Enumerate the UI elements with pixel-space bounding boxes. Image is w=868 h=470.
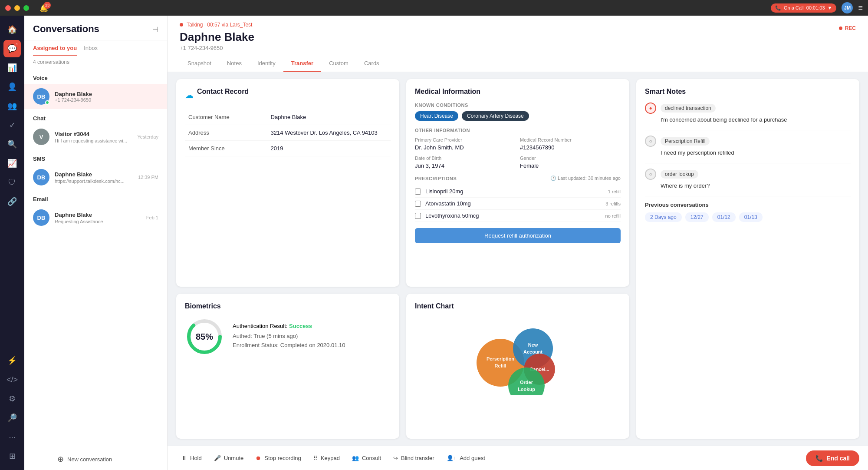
sidebar-collapse-button[interactable]: ⊣ bbox=[152, 25, 158, 33]
record-table: Customer Name Daphne Blake Address 3214 … bbox=[185, 109, 391, 156]
member-since-value: 2019 bbox=[267, 141, 391, 156]
nav-team[interactable]: 👥 bbox=[3, 97, 21, 115]
svg-text:New: New bbox=[528, 342, 538, 348]
nav-code[interactable]: </> bbox=[3, 371, 21, 388]
known-conditions-label: KNOWN CONDITIONS bbox=[415, 103, 621, 108]
prescription-checkbox-0[interactable] bbox=[415, 189, 421, 195]
prescription-checkbox-2[interactable] bbox=[415, 213, 421, 219]
nav-ai[interactable]: 🔍 bbox=[3, 136, 21, 153]
section-sms: SMS bbox=[24, 149, 167, 165]
notification-bell[interactable]: 🔔 23 bbox=[39, 4, 48, 12]
end-call-button[interactable]: 📞 End call bbox=[806, 450, 859, 466]
tab-transfer[interactable]: Transfer bbox=[283, 56, 321, 72]
prescription-name-2: Levothyroxina 50mcg bbox=[425, 212, 601, 219]
add-guest-button[interactable]: 👤+ Add guest bbox=[441, 451, 490, 465]
hold-label: Hold bbox=[190, 455, 202, 461]
consult-icon: 👥 bbox=[352, 455, 359, 461]
tab-notes[interactable]: Notes bbox=[219, 56, 250, 72]
refill-count-0: 1 refill bbox=[608, 189, 621, 194]
section-email: Email bbox=[24, 190, 167, 205]
svg-text:Refill: Refill bbox=[495, 363, 506, 368]
stop-recording-button[interactable]: ⏺ Stop recording bbox=[250, 451, 306, 465]
prev-conv-tag-3[interactable]: 01/13 bbox=[739, 212, 763, 222]
note-text-1: I need my perscription refilled bbox=[661, 149, 851, 156]
nav-analytics[interactable]: 📊 bbox=[3, 59, 21, 76]
nav-search[interactable]: 🔎 bbox=[3, 409, 21, 427]
prev-conv-label: Previous conversations bbox=[645, 202, 851, 208]
sidebar-tabs: Assigned to you Inbox bbox=[24, 40, 167, 56]
hold-button[interactable]: ⏸ Hold bbox=[176, 451, 207, 465]
nav-integration[interactable]: 🔗 bbox=[3, 193, 21, 210]
end-call-icon: 📞 bbox=[815, 455, 823, 462]
last-updated-text: Last updated: 30 minutes ago bbox=[558, 175, 621, 181]
call-dot bbox=[180, 23, 183, 26]
list-item[interactable]: DB Daphne Blake Requesting Assistance Fe… bbox=[24, 205, 167, 230]
menu-icon[interactable]: ≡ bbox=[858, 3, 863, 13]
transfer-icon: ↪ bbox=[393, 455, 398, 461]
tab-inbox[interactable]: Inbox bbox=[84, 45, 98, 56]
nav-reports[interactable]: 📈 bbox=[3, 155, 21, 172]
blind-transfer-button[interactable]: ↪ Blind transfer bbox=[388, 451, 440, 465]
tab-snapshot[interactable]: Snapshot bbox=[180, 56, 219, 72]
contact-tabs: Snapshot Notes Identity Transfer Custom … bbox=[180, 56, 856, 72]
condition-coronary: Coronary Artery Disease bbox=[462, 111, 529, 121]
prev-conv-tag-1[interactable]: 12/27 bbox=[685, 212, 709, 222]
list-item[interactable]: DB Daphne Blake https://support.talkdesk… bbox=[24, 165, 167, 190]
keypad-button[interactable]: ⠿ Keypad bbox=[308, 451, 345, 465]
tab-cards[interactable]: Cards bbox=[356, 56, 387, 72]
primary-care-label: Primary Care Provider bbox=[415, 137, 516, 142]
consult-button[interactable]: 👥 Consult bbox=[347, 451, 386, 465]
prescriptions-header: PRESCRIPTIONS 🕐 Last updated: 30 minutes… bbox=[415, 175, 621, 181]
minimize-button[interactable] bbox=[14, 5, 20, 11]
list-item: Levothyroxina 50mcg no refill bbox=[415, 210, 621, 222]
nav-grid[interactable]: ⊞ bbox=[3, 447, 21, 465]
avatar: V bbox=[33, 129, 49, 145]
refill-authorization-button[interactable]: Request refill authorization bbox=[415, 228, 621, 243]
online-indicator bbox=[45, 100, 49, 105]
call-badge: 📞 On a Call 00:01:03 ▼ bbox=[771, 3, 837, 13]
nav-conversations[interactable]: 💬 1 bbox=[3, 40, 21, 57]
nav-contacts[interactable]: 👤 bbox=[3, 78, 21, 96]
list-item[interactable]: DB Daphne Blake +1 724-234-9650 bbox=[24, 84, 167, 109]
gender-item: Gender Female bbox=[520, 156, 621, 169]
bio-result-value: Success bbox=[289, 323, 312, 329]
tab-identity[interactable]: Identity bbox=[250, 56, 283, 72]
medical-record-item: Medical Record Number #1234567890 bbox=[520, 137, 621, 151]
conv-time: Feb 1 bbox=[146, 215, 158, 220]
intent-chart-title: Intent Chart bbox=[415, 302, 621, 310]
avatar: DB bbox=[33, 169, 49, 185]
nav-settings[interactable]: ⚙ bbox=[3, 390, 21, 407]
nav-help[interactable]: ··· bbox=[3, 428, 21, 446]
unmute-button[interactable]: 🎤 Unmute bbox=[209, 451, 249, 465]
nav-shield[interactable]: 🛡 bbox=[3, 174, 21, 191]
user-avatar[interactable]: JM bbox=[842, 2, 853, 13]
unmute-label: Unmute bbox=[224, 455, 244, 461]
intent-chart-svg: Perscription Refill New Account Cancel..… bbox=[453, 317, 583, 395]
prev-conv-tag-0[interactable]: 2 Days ago bbox=[645, 212, 682, 222]
chevron-down-icon[interactable]: ▼ bbox=[828, 5, 832, 10]
prescriptions-list: Lisinopril 20mg 1 refill Atorvastatin 10… bbox=[415, 185, 621, 222]
nav-home[interactable]: 🏠 bbox=[3, 21, 21, 38]
maximize-button[interactable] bbox=[23, 5, 29, 11]
list-item[interactable]: V Visitor #3044 Hi I am requesting assis… bbox=[24, 124, 167, 149]
sidebar-header: Conversations ⊣ bbox=[24, 16, 167, 40]
conv-preview: Requesting Assistance bbox=[55, 219, 141, 224]
close-button[interactable] bbox=[5, 5, 11, 11]
prev-conv-tag-2[interactable]: 01/12 bbox=[712, 212, 736, 222]
note-tag-refill: Perscription Refill bbox=[661, 137, 710, 146]
dob-item: Date of Birth Jun 3, 1974 bbox=[415, 156, 516, 169]
nav-tasks[interactable]: ✓ bbox=[3, 116, 21, 134]
tab-assigned-to-you[interactable]: Assigned to you bbox=[33, 45, 77, 56]
prescriptions-label: PRESCRIPTIONS bbox=[415, 176, 457, 181]
consult-label: Consult bbox=[362, 455, 381, 461]
conv-time: 12:39 PM bbox=[138, 175, 158, 180]
medical-card: Medical Information KNOWN CONDITIONS Hea… bbox=[406, 79, 629, 287]
new-conversation-button[interactable]: ⊕ New conversation bbox=[57, 454, 168, 464]
refill-count-1: 3 refills bbox=[605, 201, 621, 206]
tab-custom[interactable]: Custom bbox=[321, 56, 356, 72]
bio-info: Authentication Result: Success Authed: T… bbox=[233, 323, 391, 351]
prescription-checkbox-1[interactable] bbox=[415, 201, 421, 207]
contact-record-card: ☁ Contact Record Customer Name Daphne Bl… bbox=[176, 79, 399, 287]
nav-plugin[interactable]: ⚡ bbox=[3, 352, 21, 369]
smart-note-item: ○ order lookup Where is my order? bbox=[645, 169, 851, 189]
